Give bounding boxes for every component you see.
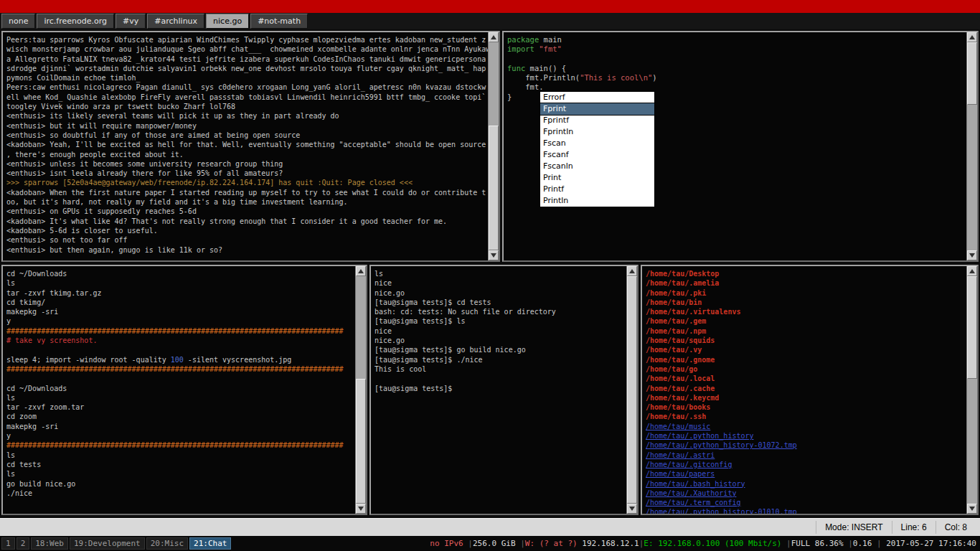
status-segment: W: (? at ?) (525, 539, 578, 548)
tab-irc-freenode-org[interactable]: irc.freenode.org (37, 14, 114, 29)
autocomplete-item[interactable]: Errorf (540, 92, 654, 103)
terminal-line: /home/tau/.gem (646, 316, 963, 326)
i3bar: 1218:Web19:Development20:Misc21:Chat no … (0, 536, 980, 551)
autocomplete-item[interactable]: Fscanln (540, 161, 654, 172)
irc-line: <enthusi> but it will require manpower/m… (6, 121, 484, 131)
terminal-1-text-area[interactable]: cd ~/Downloadslstar -zxvf tkimg.tar.gzcd… (3, 266, 355, 514)
terminal-3-text-area[interactable]: /home/tau/Desktop/home/tau/.amelia/home/… (642, 266, 966, 514)
terminal-line: [tau@sigma tests]$ ./nice (374, 355, 623, 364)
scroll-up-icon[interactable] (967, 266, 977, 276)
status-segment: | (781, 539, 791, 548)
irc-line: <enthusi> unless it becomes some univers… (6, 159, 484, 169)
terminal-3-scrollbar-track[interactable] (967, 276, 977, 504)
terminal-line: /home/tau/papers (646, 469, 963, 479)
tab-nice-go[interactable]: nice.go (206, 14, 249, 29)
irc-pane[interactable]: Peers:tau sparrows Kyros Obfuscate apiar… (1, 31, 500, 262)
tab-none[interactable]: none (1, 14, 35, 29)
autocomplete-item[interactable]: Fprintf (540, 115, 654, 126)
editor-status-bar: Mode: INSERT Line: 6 Col: 8 (0, 518, 980, 536)
terminal-line: sleep 4; import -window root -quality 10… (6, 355, 352, 364)
autocomplete-item[interactable]: Fscanf (540, 149, 654, 161)
autocomplete-item[interactable]: Fprintln (540, 126, 654, 138)
editor-scrollbar-track[interactable] (967, 42, 977, 250)
scrollbar-thumb[interactable] (967, 42, 977, 105)
scroll-down-icon[interactable] (627, 504, 637, 514)
scrollbar-thumb[interactable] (489, 126, 499, 250)
irc-line: <enthusi> on GPUs it supposedly reaches … (6, 207, 484, 216)
terminal-line: cd tkimg/ (6, 298, 352, 307)
scroll-down-icon[interactable] (967, 250, 977, 260)
scroll-down-icon[interactable] (356, 504, 366, 514)
irc-line: <enthusi> so doubtful if any of those ar… (6, 131, 484, 140)
terminal-pane-3[interactable]: /home/tau/Desktop/home/tau/.amelia/home/… (641, 265, 979, 515)
terminal-3-scrollbar[interactable] (966, 266, 977, 514)
workspace-button[interactable]: 2 (17, 537, 30, 550)
irc-line: <kadoban> Yeah, I'll be excited as hell … (6, 140, 484, 149)
workspace-button[interactable]: 1 (1, 537, 15, 550)
terminal-line: nice (374, 278, 623, 288)
scroll-down-icon[interactable] (489, 250, 499, 260)
terminal-2-text-area[interactable]: lsnicenice.go[tau@sigma tests]$ cd tests… (371, 266, 626, 514)
scroll-up-icon[interactable] (627, 266, 637, 276)
terminal-line: ls (6, 469, 352, 479)
autocomplete-item[interactable]: Fprint (540, 103, 654, 115)
irc-scrollbar[interactable] (488, 32, 499, 260)
scrollbar-thumb[interactable] (356, 379, 366, 504)
tab-bar: noneirc.freenode.org#vy#archlinuxnice.go… (0, 13, 980, 29)
irc-scrollbar-track[interactable] (489, 42, 499, 250)
tab-vy[interactable]: #vy (116, 14, 146, 29)
autocomplete-item[interactable]: Print (540, 172, 654, 184)
terminal-line: [tau@sigma tests]$ ls (374, 316, 623, 326)
terminal-line: makepkg -sri (6, 307, 352, 316)
terminal-line: /home/tau/.gitconfig (646, 460, 963, 469)
terminal-line: /home/tau/books (646, 402, 963, 412)
terminal-line: ls (6, 393, 352, 402)
editor-scrollbar[interactable] (966, 32, 977, 260)
workspace-list: 1218:Web19:Development20:Misc21:Chat (1, 537, 232, 550)
terminal-line: This is cool (374, 364, 623, 374)
status-segment: | (516, 539, 525, 548)
terminal-2-scrollbar[interactable] (626, 266, 637, 514)
code-area[interactable]: ErrorfFprintFprintfFprintlnFscanFscanfFs… (504, 32, 966, 260)
tab-not-math[interactable]: #not-math (250, 14, 308, 29)
irc-line: <enthusi> so not too far off (6, 235, 484, 245)
line-indicator: Line: 6 (892, 521, 936, 534)
status-segment: E: 192.168.0.100 (100 Mbit/s) (644, 539, 781, 548)
terminal-line (6, 345, 352, 354)
scroll-up-icon[interactable] (356, 266, 366, 276)
terminal-line: cd zoom (6, 412, 352, 421)
code-line (507, 55, 963, 64)
terminal-line (374, 374, 623, 383)
irc-line: sdrodge djinni` worstadmin dutchie salya… (6, 64, 484, 73)
tab-archlinux[interactable]: #archlinux (147, 14, 204, 29)
irc-line: oo, but it's hard, not really my field a… (6, 197, 484, 207)
terminal-line: /home/tau/.Xauthority (646, 489, 963, 498)
irc-text-area[interactable]: Peers:tau sparrows Kyros Obfuscate apiar… (3, 32, 488, 260)
terminal-pane-2[interactable]: lsnicenice.go[tau@sigma tests]$ cd tests… (369, 265, 639, 515)
terminal-pane-1[interactable]: cd ~/Downloadslstar -zxvf tkimg.tar.gzcd… (1, 265, 367, 515)
terminal-1-scrollbar[interactable] (355, 266, 366, 514)
scroll-up-icon[interactable] (489, 32, 499, 42)
terminal-1-scrollbar-track[interactable] (356, 276, 366, 504)
autocomplete-item[interactable]: Println (540, 195, 654, 207)
workspace-button[interactable]: 21:Chat (189, 537, 231, 550)
autocomplete-item[interactable]: Fscan (540, 138, 654, 149)
code-line: import "fmt" (507, 44, 963, 54)
scroll-down-icon[interactable] (967, 504, 977, 514)
terminal-line: ########################################… (6, 326, 352, 336)
scrollbar-thumb[interactable] (967, 276, 977, 379)
terminal-2-scrollbar-track[interactable] (627, 276, 637, 504)
terminal-line: ls (6, 451, 352, 460)
scroll-up-icon[interactable] (967, 32, 977, 42)
status-segment: 256.0 GiB (473, 539, 516, 548)
terminal-line: [tau@sigma tests]$ cd tests (374, 298, 623, 307)
scrollbar-thumb[interactable] (627, 276, 637, 504)
autocomplete-item[interactable]: Printf (540, 184, 654, 195)
col-indicator: Col: 8 (936, 521, 976, 534)
code-line: func main() { (507, 64, 963, 73)
workspace-button[interactable]: 19:Development (70, 537, 145, 550)
workspace-button[interactable]: 20:Misc (146, 537, 188, 550)
editor-pane[interactable]: ErrorfFprintFprintfFprintlnFscanFscanfFs… (502, 31, 979, 262)
workspace-button[interactable]: 18:Web (31, 537, 68, 550)
terminal-line: /home/tau/.cache (646, 384, 963, 393)
